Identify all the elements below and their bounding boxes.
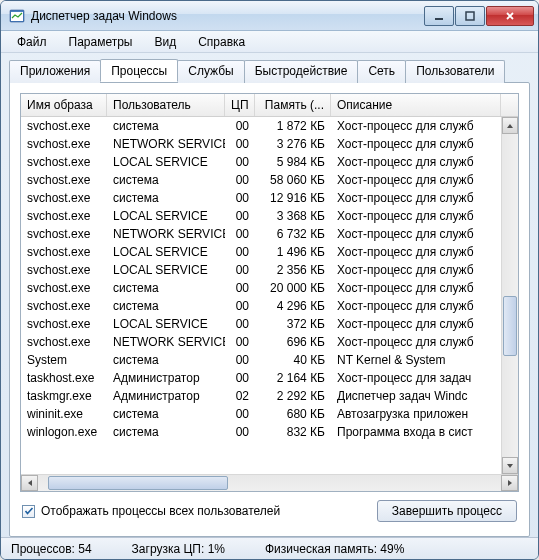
cell-user: NETWORK SERVICE [107,137,225,151]
cell-mem: 2 356 КБ [255,263,331,277]
scroll-down-button[interactable] [502,457,518,474]
table-row[interactable]: Systemсистема0040 КБNT Kernel & System [21,351,501,369]
cell-cpu: 00 [225,353,255,367]
cell-mem: 372 КБ [255,317,331,331]
table-row[interactable]: svchost.exeNETWORK SERVICE003 276 КБХост… [21,135,501,153]
column-header-cpu[interactable]: ЦП [225,94,255,116]
table-row[interactable]: taskmgr.exeАдминистратор022 292 КБДиспет… [21,387,501,405]
cell-desc: Хост-процесс для служб [331,335,501,349]
table-row[interactable]: svchost.exeLOCAL SERVICE00372 КБХост-про… [21,315,501,333]
tab-strip: ПриложенияПроцессыСлужбыБыстродействиеСе… [9,59,530,82]
cell-cpu: 00 [225,281,255,295]
tab-сеть[interactable]: Сеть [357,60,406,83]
cell-image: winlogon.exe [21,425,107,439]
tab-приложения[interactable]: Приложения [9,60,101,83]
cell-mem: 12 916 КБ [255,191,331,205]
horizontal-scroll-thumb[interactable] [48,476,228,490]
table-row[interactable]: svchost.exeNETWORK SERVICE00696 КБХост-п… [21,333,501,351]
cell-user: NETWORK SERVICE [107,335,225,349]
cell-desc: Автозагрузка приложен [331,407,501,421]
show-all-users-label: Отображать процессы всех пользователей [41,504,280,518]
tab-пользователи[interactable]: Пользователи [405,60,505,83]
table-row[interactable]: svchost.exeсистема0058 060 КБХост-процес… [21,171,501,189]
cell-user: система [107,353,225,367]
cell-mem: 6 732 КБ [255,227,331,241]
cell-desc: Хост-процесс для служб [331,299,501,313]
column-header-description[interactable]: Описание [331,94,501,116]
window-controls [424,6,534,26]
list-body-wrap: svchost.exeсистема001 872 КБХост-процесс… [21,117,518,474]
table-row[interactable]: svchost.exeсистема0012 916 КБХост-процес… [21,189,501,207]
vertical-scroll-thumb[interactable] [503,296,517,356]
vertical-scrollbar[interactable] [501,117,518,474]
menu-view[interactable]: Вид [144,33,186,51]
cell-image: svchost.exe [21,173,107,187]
table-row[interactable]: svchost.exeLOCAL SERVICE001 496 КБХост-п… [21,243,501,261]
cell-image: svchost.exe [21,317,107,331]
menu-file[interactable]: Файл [7,33,57,51]
table-row[interactable]: svchost.exeNETWORK SERVICE006 732 КБХост… [21,225,501,243]
table-row[interactable]: svchost.exeсистема0020 000 КБХост-процес… [21,279,501,297]
cell-cpu: 00 [225,119,255,133]
scroll-left-button[interactable] [21,475,38,491]
cell-user: LOCAL SERVICE [107,209,225,223]
cell-mem: 832 КБ [255,425,331,439]
column-header-image[interactable]: Имя образа [21,94,107,116]
horizontal-scroll-track[interactable] [38,475,501,491]
end-process-button[interactable]: Завершить процесс [377,500,517,522]
table-row[interactable]: wininit.exeсистема00680 КБАвтозагрузка п… [21,405,501,423]
table-row[interactable]: taskhost.exeАдминистратор002 164 КБХост-… [21,369,501,387]
cell-desc: Хост-процесс для служб [331,281,501,295]
tab-процессы[interactable]: Процессы [100,59,178,82]
tab-службы[interactable]: Службы [177,60,244,83]
table-row[interactable]: winlogon.exeсистема00832 КБПрограмма вхо… [21,423,501,441]
table-row[interactable]: svchost.exeсистема001 872 КБХост-процесс… [21,117,501,135]
cell-image: System [21,353,107,367]
table-row[interactable]: svchost.exeLOCAL SERVICE002 356 КБХост-п… [21,261,501,279]
cell-user: NETWORK SERVICE [107,227,225,241]
cell-desc: Хост-процесс для служб [331,137,501,151]
table-row[interactable]: svchost.exeLOCAL SERVICE003 368 КБХост-п… [21,207,501,225]
horizontal-scrollbar[interactable] [21,474,518,491]
menu-options[interactable]: Параметры [59,33,143,51]
cell-cpu: 00 [225,263,255,277]
titlebar[interactable]: Диспетчер задач Windows [1,1,538,31]
cell-image: svchost.exe [21,119,107,133]
show-all-users-checkbox[interactable] [22,505,35,518]
cell-mem: 5 984 КБ [255,155,331,169]
list-body[interactable]: svchost.exeсистема001 872 КБХост-процесс… [21,117,501,474]
cell-cpu: 00 [225,137,255,151]
svg-rect-2 [435,18,443,20]
process-list: Имя образа Пользователь ЦП Память (... О… [20,93,519,492]
minimize-button[interactable] [424,6,454,26]
cell-user: LOCAL SERVICE [107,317,225,331]
cell-cpu: 00 [225,425,255,439]
close-button[interactable] [486,6,534,26]
cell-user: система [107,407,225,421]
cell-image: svchost.exe [21,335,107,349]
scroll-up-button[interactable] [502,117,518,134]
cell-image: wininit.exe [21,407,107,421]
cell-image: svchost.exe [21,155,107,169]
table-row[interactable]: svchost.exeсистема004 296 КБХост-процесс… [21,297,501,315]
cell-desc: Хост-процесс для задач [331,371,501,385]
task-manager-window: Диспетчер задач Windows Файл Параметры В… [0,0,539,560]
cell-user: система [107,281,225,295]
cell-user: система [107,173,225,187]
cell-user: Администратор [107,389,225,403]
cell-mem: 3 368 КБ [255,209,331,223]
cell-desc: Хост-процесс для служб [331,209,501,223]
tab-быстродействие[interactable]: Быстродействие [244,60,359,83]
menu-help[interactable]: Справка [188,33,255,51]
column-header-user[interactable]: Пользователь [107,94,225,116]
cell-desc: Хост-процесс для служб [331,155,501,169]
cell-user: система [107,299,225,313]
column-header-memory[interactable]: Память (... [255,94,331,116]
scroll-right-button[interactable] [501,475,518,491]
cell-desc: Хост-процесс для служб [331,173,501,187]
cell-desc: Хост-процесс для служб [331,263,501,277]
svg-rect-3 [466,12,474,20]
bottom-controls: Отображать процессы всех пользователей З… [20,492,519,526]
table-row[interactable]: svchost.exeLOCAL SERVICE005 984 КБХост-п… [21,153,501,171]
maximize-button[interactable] [455,6,485,26]
